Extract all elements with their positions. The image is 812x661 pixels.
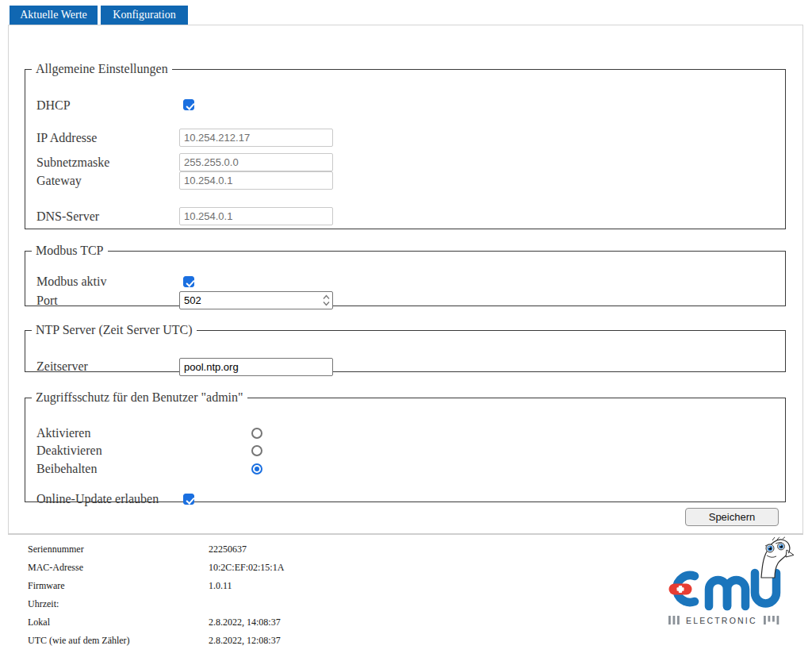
tab-konfiguration[interactable]: Konfiguration xyxy=(101,6,188,25)
gateway-label: Gateway xyxy=(36,174,82,188)
ip-address-label: IP Addresse xyxy=(36,131,97,145)
ip-address-input xyxy=(179,129,333,147)
option-activate-label: Aktivieren xyxy=(36,426,90,440)
gateway-input xyxy=(179,171,333,190)
dhcp-label: DHCP xyxy=(36,98,71,113)
modbus-tcp-legend: Modbus TCP xyxy=(32,244,108,258)
device-info-footer: Seriennummer 22250637 MAC-Adresse 10:2C:… xyxy=(0,544,555,653)
emu-logo: ELECTRONIC xyxy=(668,536,794,630)
local-time-label: Lokal xyxy=(0,617,209,628)
port-number-field xyxy=(179,291,333,309)
local-time-value: 2.8.2022, 14:08:37 xyxy=(209,617,281,628)
option-keep-label: Beibehalten xyxy=(36,462,97,476)
ntp-server-legend: NTP Server (Zeit Server UTC) xyxy=(32,323,197,337)
mac-address-label: MAC-Adresse xyxy=(0,562,209,574)
option-activate-radio[interactable] xyxy=(251,428,262,439)
tab-bar: Aktuelle Werte Konfiguration xyxy=(10,6,188,25)
save-button[interactable]: Speichern xyxy=(685,508,779,526)
footer-row-mac: MAC-Adresse 10:2C:EF:02:15:1A xyxy=(0,562,555,580)
fieldset-ntp-server: NTP Server (Zeit Server UTC) Zeitserver xyxy=(25,323,786,372)
dns-server-input xyxy=(179,207,333,225)
firmware-value: 1.0.11 xyxy=(209,580,232,592)
swiss-badge-icon xyxy=(669,584,692,595)
dhcp-checkbox[interactable] xyxy=(183,99,194,110)
access-protection-legend: Zugriffsschutz für den Benutzer "admin" xyxy=(32,390,247,405)
modbus-active-label: Modbus aktiv xyxy=(36,275,106,289)
footer-row-local-time: Lokal 2.8.2022, 14:08:37 xyxy=(0,617,555,635)
option-deactivate-label: Deaktivieren xyxy=(36,444,102,458)
config-panel: Allgemeine Einstellungen DHCP IP Address… xyxy=(8,25,803,535)
footer-row-utc-time: UTC (wie auf dem Zähler) 2.8.2022, 12:08… xyxy=(0,635,555,653)
footer-row-serial: Seriennummer 22250637 xyxy=(0,544,555,562)
time-heading-label: Uhrzeit: xyxy=(0,598,209,610)
modbus-active-checkbox[interactable] xyxy=(183,276,194,287)
fieldset-modbus-tcp: Modbus TCP Modbus aktiv Port xyxy=(25,244,786,306)
serial-number-value: 22250637 xyxy=(209,544,247,555)
footer-row-uhrzeit: Uhrzeit: xyxy=(0,598,555,617)
number-spinner-icon[interactable] xyxy=(323,294,330,306)
firmware-label: Firmware xyxy=(0,580,209,592)
serial-number-label: Seriennummer xyxy=(0,544,209,555)
port-label: Port xyxy=(36,294,58,308)
subnet-mask-label: Subnetzmaske xyxy=(36,156,109,170)
utc-time-label: UTC (wie auf dem Zähler) xyxy=(0,635,209,647)
config-page: Aktuelle Werte Konfiguration Allgemeine … xyxy=(0,0,812,661)
general-settings-legend: Allgemeine Einstellungen xyxy=(32,62,172,76)
mac-address-value: 10:2C:EF:02:15:1A xyxy=(209,562,284,574)
subnet-mask-input xyxy=(179,153,333,171)
fieldset-access-protection: Zugriffsschutz für den Benutzer "admin" … xyxy=(25,390,786,502)
footer-row-firmware: Firmware 1.0.11 xyxy=(0,580,555,598)
electronic-tagline: ELECTRONIC xyxy=(668,616,779,625)
online-update-label: Online-Update erlauben xyxy=(36,492,159,506)
option-keep-radio[interactable] xyxy=(251,463,262,475)
timeserver-label: Zeitserver xyxy=(36,359,88,374)
fieldset-general-settings: Allgemeine Einstellungen DHCP IP Address… xyxy=(25,62,786,229)
timeserver-input[interactable] xyxy=(179,358,333,376)
option-deactivate-radio[interactable] xyxy=(251,445,262,456)
online-update-checkbox[interactable] xyxy=(183,494,194,505)
port-input[interactable] xyxy=(179,291,333,309)
electronic-tagline-text: ELECTRONIC xyxy=(686,616,757,625)
utc-time-value: 2.8.2022, 12:08:37 xyxy=(209,635,281,647)
tab-aktuelle-werte[interactable]: Aktuelle Werte xyxy=(10,6,98,25)
dns-server-label: DNS-Server xyxy=(36,209,99,224)
